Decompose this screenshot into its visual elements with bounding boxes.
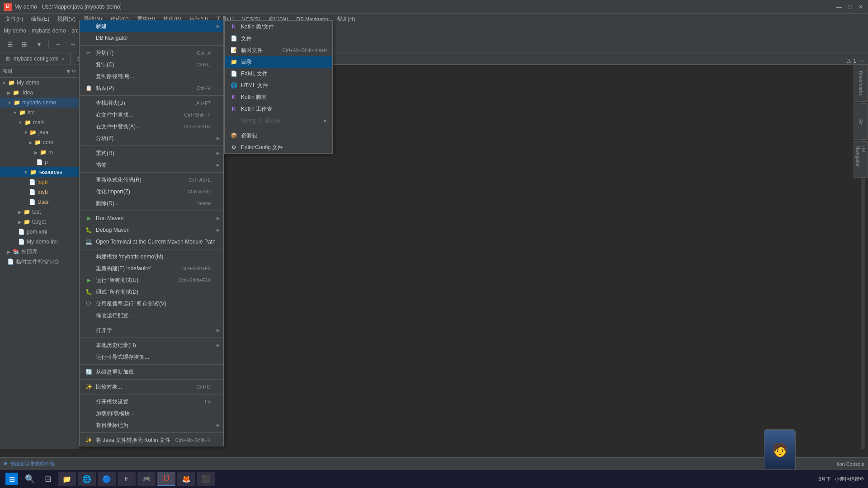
cm-item-copy[interactable]: 复制(C) Ctrl+C bbox=[80, 59, 223, 70]
cm-item-find-in-files[interactable]: 在文件中查找... Ctrl+Shift+F bbox=[80, 109, 223, 121]
taskbar-app-steam[interactable]: 🎮 bbox=[137, 472, 156, 486]
cm-item-rebuild[interactable]: 重新构建(E) '<default>' Ctrl+Shift+F9 bbox=[80, 263, 223, 274]
cm-item-module-settings[interactable]: 打开模块设置 F4 bbox=[80, 396, 223, 408]
cm-item-reload-disk[interactable]: 🔄 从磁盘重新加载 bbox=[80, 366, 223, 378]
taskbar-app-misc2[interactable]: ⬛ bbox=[197, 472, 215, 486]
minimize-button[interactable]: — bbox=[835, 3, 843, 10]
tree-item-test[interactable]: ▶ 📁 test bbox=[0, 207, 79, 217]
menu-view[interactable]: 视图(V) bbox=[54, 14, 79, 24]
tree-item-java[interactable]: ▼ 📂 java bbox=[0, 127, 79, 137]
toolbar-btn1[interactable]: ← bbox=[52, 38, 65, 50]
sm-item-file[interactable]: 📄 文件 bbox=[225, 33, 332, 44]
cm-item-refactor[interactable]: 重构(R) bbox=[80, 147, 223, 159]
sm-item-scratch[interactable]: 📝 临时文件 Ctrl+Alt+Shift+Insert bbox=[225, 44, 332, 56]
cm-item-reformat[interactable]: 重新格式化代码(R) Ctrl+Alt+L bbox=[80, 174, 223, 186]
tree-item-idea[interactable]: ▶ 📁 .idea bbox=[0, 88, 79, 98]
cm-item-local-history[interactable]: 本地历史记录(H) bbox=[80, 339, 223, 351]
cm-item-build-module[interactable]: 构建模块 'mybatis-demo'(M) bbox=[80, 251, 223, 263]
search-button[interactable]: 🔍 bbox=[22, 472, 38, 486]
cm-item-cut[interactable]: ✂ 剪切(T) Ctrl+X bbox=[80, 47, 223, 59]
cm-item-restore-cache[interactable]: 运行引导式缓存恢复... bbox=[80, 351, 223, 363]
cm-item-load-unload[interactable]: 加载/卸载模块... bbox=[80, 408, 223, 419]
tree-item-myb[interactable]: 📄 myb bbox=[0, 187, 79, 197]
sm-item-kotlin-class[interactable]: K Kotlin 类/文件 bbox=[225, 21, 332, 33]
breadcrumb-item[interactable]: My-demo bbox=[4, 28, 26, 34]
taskbar-app-edge[interactable]: 🌐 bbox=[78, 472, 96, 486]
cm-item-db-navigator[interactable]: DB Navigator bbox=[80, 32, 223, 44]
sm-item-swing[interactable]: Swing UI 设计器 ▶ bbox=[225, 115, 332, 127]
tree-item-resources[interactable]: ▼ 📁 resources bbox=[0, 167, 79, 177]
status-bar-left[interactable]: ▶ 创建新目录或软件包 bbox=[4, 460, 55, 467]
taskbar-app-misc1[interactable]: 🦊 bbox=[177, 472, 195, 486]
cm-item-delete[interactable]: 删除(D)... Delete bbox=[80, 197, 223, 209]
sm-item-directory[interactable]: 📁 目录 bbox=[225, 56, 332, 68]
tree-item-m[interactable]: ▶ 📁 m bbox=[0, 147, 79, 157]
cm-item-copy-path[interactable]: 复制路径/引用... bbox=[80, 70, 223, 82]
start-button[interactable]: ⊞ bbox=[4, 472, 20, 486]
cm-item-run-maven[interactable]: ▶ Run Maven bbox=[80, 212, 223, 224]
menu-help[interactable]: 帮助(H) bbox=[333, 14, 359, 24]
db-navigator-panel[interactable]: DB Navigator bbox=[854, 141, 868, 178]
cm-item-mark-dir[interactable]: 将目录标记为 bbox=[80, 419, 223, 431]
tab-mybatis-config[interactable]: 🗎 mybatis-config.xml ✕ bbox=[0, 53, 71, 65]
tree-item-logb[interactable]: 📄 logb bbox=[0, 177, 79, 187]
tree-item-main[interactable]: ▼ 📁 main bbox=[0, 117, 79, 127]
tree-item-src[interactable]: ▼ 📁 src bbox=[0, 108, 79, 117]
taskbar-app-chrome[interactable]: 🔵 bbox=[98, 472, 116, 486]
tree-item-user[interactable]: 📄 User bbox=[0, 197, 79, 207]
close-button[interactable]: ✕ bbox=[857, 3, 864, 10]
cm-item-compare[interactable]: ✨ 比较对象... Ctrl+D bbox=[80, 381, 223, 393]
cm-item-open-terminal[interactable]: 💻 Open Terminal at the Current Maven Mod… bbox=[80, 236, 223, 248]
cm-item-analyze[interactable]: 分析(Z) bbox=[80, 132, 223, 144]
tree-item-scratches[interactable]: 📄 临时文件和控制台 bbox=[0, 257, 79, 267]
sidebar-dropdown-btn[interactable]: ▾ bbox=[67, 68, 70, 75]
tree-item-p[interactable]: 📄 p bbox=[0, 157, 79, 167]
taskbar-app-intellij[interactable]: IJ bbox=[157, 472, 175, 486]
tree-item-mydemoiml[interactable]: 📄 My-demo.iml bbox=[0, 237, 79, 247]
cm-item-modify-config[interactable]: 修改运行配置... bbox=[80, 310, 223, 321]
toolbar-project-btn[interactable]: ☰ bbox=[4, 38, 16, 50]
tab-scroll-right[interactable]: ⋯ bbox=[859, 58, 864, 64]
toolbar-grid-btn[interactable]: ⊞ bbox=[18, 38, 31, 50]
cm-item-optimize[interactable]: 优化 import(Z) Ctrl+Alt+O bbox=[80, 186, 223, 197]
taskbar-app-epic[interactable]: E bbox=[118, 472, 136, 486]
menu-edit[interactable]: 编辑(E) bbox=[28, 14, 53, 24]
sm-item-kotlin-worksheet[interactable]: K Kotlin 工作表 bbox=[225, 103, 332, 115]
cm-label-find: 查找用法(U) bbox=[96, 99, 125, 107]
toolbar-btn2[interactable]: → bbox=[66, 38, 79, 50]
tab-close-btn[interactable]: ✕ bbox=[61, 56, 65, 61]
breadcrumb-item[interactable]: src bbox=[71, 28, 79, 34]
cm-item-paste[interactable]: 📋 粘贴(P) Ctrl+V bbox=[80, 82, 223, 94]
tree-item-com[interactable]: ▶ 📁 com bbox=[0, 137, 79, 147]
tree-item-mybatis-demo[interactable]: ▼ 📁 mybatis-demo bbox=[0, 98, 79, 108]
sm-item-html[interactable]: 🌐 HTML 文件 bbox=[225, 80, 332, 91]
bookmarks-panel[interactable]: Bookmarks bbox=[854, 66, 868, 102]
tree-item-external[interactable]: ▶ 📚 外部库 bbox=[0, 247, 79, 257]
cm-item-bookmarks[interactable]: 书签 bbox=[80, 159, 223, 171]
cm-item-coverage-tests[interactable]: 🛡 使用覆盖率运行 '所有测试'(V) bbox=[80, 298, 223, 310]
tree-item-target[interactable]: ▶ 📁 target bbox=[0, 217, 79, 227]
tree-item-mydemo[interactable]: ▼ 📁 My-demo bbox=[0, 78, 79, 88]
maximize-button[interactable]: □ bbox=[846, 3, 854, 10]
taskbar-app-explorer[interactable]: 📁 bbox=[58, 472, 76, 486]
toolbar-dropdown-btn[interactable]: ▾ bbox=[33, 38, 45, 50]
cm-item-run-tests[interactable]: ▶ 运行 '所有测试(U)' Ctrl+Shift+F10 bbox=[80, 274, 223, 286]
tab-scroll-left[interactable]: ⚠ 1 bbox=[847, 58, 856, 64]
tree-item-pomxml[interactable]: 📄 pom.xml bbox=[0, 227, 79, 237]
cm-item-convert-kotlin[interactable]: ✨ 将 Java 文件转换为 Kotlin 文件 Ctrl+Alt+Shift+… bbox=[80, 434, 223, 446]
cm-item-replace[interactable]: 在文件中替换(A)... Ctrl+Shift+R bbox=[80, 121, 223, 132]
cm-item-open-in[interactable]: 打开于 bbox=[80, 324, 223, 336]
menu-file[interactable]: 文件(F) bbox=[2, 14, 27, 24]
sm-item-fxml[interactable]: 📄 FXML 文件 bbox=[225, 68, 332, 80]
sm-item-resource-bundle[interactable]: 📦 资源包 bbox=[225, 130, 332, 141]
cm-item-debug-tests[interactable]: 🐛 调试 '所有测试(D)' bbox=[80, 286, 223, 298]
cm-item-new[interactable]: 新建 K Kotlin 类/文件 📄 文件 📝 临时文件 Ctrl+Alt+Sh… bbox=[80, 20, 223, 32]
sm-item-kotlin-script[interactable]: K Kotlin 脚本 bbox=[225, 91, 332, 103]
cm-item-debug-maven[interactable]: 🐛 Debug Maven bbox=[80, 224, 223, 236]
git-panel[interactable]: Git bbox=[854, 103, 868, 140]
sidebar-settings-btn[interactable]: ⚙ bbox=[72, 69, 76, 74]
sm-item-editorconfig[interactable]: ⚙ EditorConfig 文件 bbox=[225, 141, 332, 153]
cm-item-find-usages[interactable]: 查找用法(U) Alt+F7 bbox=[80, 97, 223, 109]
taskview-button[interactable]: ⊟ bbox=[40, 472, 56, 486]
breadcrumb-item[interactable]: mybatis-demo bbox=[32, 28, 66, 34]
